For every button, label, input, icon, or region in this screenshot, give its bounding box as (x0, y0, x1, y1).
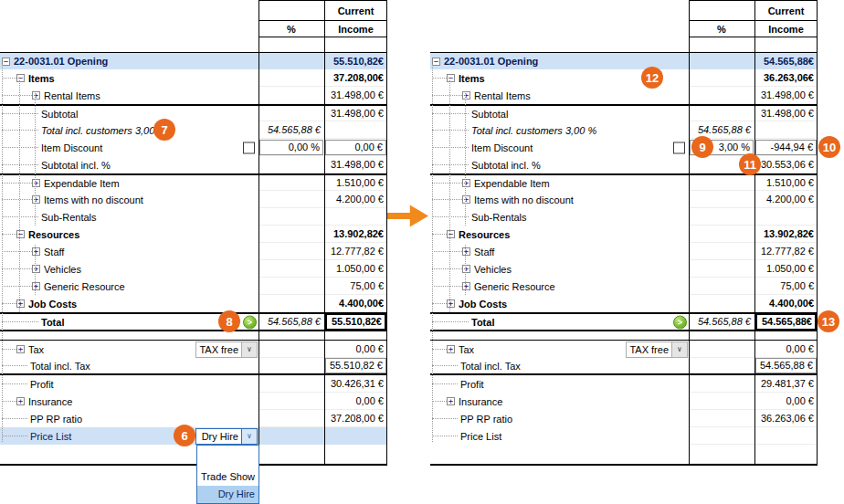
table-row[interactable]: Sub-Rentals (0, 208, 387, 226)
tree-branch (2, 183, 32, 184)
callout-badge-13: 13 (818, 310, 839, 332)
chevron-down-icon[interactable]: ∨ (671, 342, 687, 357)
table-row[interactable]: Total>54.565,88 €54.565,88€ (430, 312, 818, 331)
table-row[interactable]: Total incl. customers 3,00 %54.565,88 € (430, 121, 818, 139)
table-row[interactable]: −22-0031.01 Opening54.565,88€ (430, 52, 818, 69)
table-row[interactable]: −Resources13.902,82€ (430, 226, 818, 243)
expand-icon[interactable]: + (447, 299, 455, 308)
percent-input[interactable]: 0,00 % (259, 140, 323, 155)
income-value: 37.208,00€ (333, 72, 384, 83)
table-row[interactable]: Profit30.426,31 € (0, 375, 387, 393)
table-row[interactable]: Subtotal31.498,00 € (0, 104, 387, 121)
table-row[interactable]: −Items36.263,06€ (430, 69, 818, 87)
expand-icon[interactable]: + (32, 265, 40, 273)
item-discount-checkbox[interactable] (673, 142, 685, 153)
tree-branch (2, 321, 38, 322)
table-row[interactable]: +TaxTAX free∨0,00 € (0, 341, 387, 358)
income-value: 4.200,00 € (766, 194, 814, 205)
dropdown-option[interactable]: Dry Hire (197, 486, 258, 503)
expand-icon[interactable]: + (32, 247, 40, 256)
table-row[interactable]: +Items with no discount4.200,00 € (0, 191, 387, 208)
expand-icon[interactable]: + (32, 195, 40, 204)
row-label: Total incl. customers 3,00 % (41, 125, 166, 136)
expand-icon[interactable]: + (462, 247, 470, 256)
table-row[interactable]: +Staff12.777,82 € (430, 243, 818, 260)
table-row[interactable]: Subtotal31.498,00 € (430, 104, 818, 121)
table-row[interactable]: +Vehicles1.050,00 € (0, 260, 387, 278)
table-row[interactable]: Subtotal incl. %31.498,00 € (0, 156, 387, 173)
collapse-icon[interactable]: − (447, 230, 455, 238)
tree-branch (2, 164, 38, 165)
collapse-icon[interactable]: − (16, 230, 25, 238)
expand-icon[interactable]: + (447, 345, 455, 353)
expand-icon[interactable]: + (462, 91, 470, 100)
income-value: 13.902,82€ (333, 228, 384, 239)
tax-combobox[interactable]: TAX free∨ (626, 341, 688, 358)
row-label: Staff (474, 247, 494, 257)
table-row[interactable]: Profit29.481,37 € (430, 375, 818, 393)
callout-badge-8: 8 (218, 310, 240, 332)
expand-icon[interactable]: + (16, 299, 25, 308)
table-row[interactable]: +Staff12.777,82 € (0, 243, 387, 260)
expand-icon[interactable]: + (462, 265, 470, 273)
column-header-current: Current (324, 0, 387, 20)
table-row[interactable]: PP RP ratio36.263,06 € (430, 410, 818, 427)
expand-icon[interactable]: + (462, 179, 470, 187)
table-row[interactable]: +Rental Items31.498,00 € (0, 87, 387, 104)
expand-icon[interactable]: + (462, 282, 470, 290)
table-row[interactable]: +Job Costs4.400,00€ (0, 295, 387, 312)
collapse-icon[interactable]: − (16, 74, 25, 82)
table-row[interactable]: Total incl. Tax54.565,88 € (430, 358, 818, 375)
income-value: 75,00 € (350, 280, 384, 291)
tax-combobox[interactable]: TAX free∨ (195, 341, 258, 358)
table-row[interactable]: PP RP ratio37.208,00 € (0, 410, 387, 427)
table-row[interactable]: Price List (430, 427, 818, 445)
tree-branch (432, 401, 447, 402)
expand-icon[interactable]: + (16, 345, 25, 353)
table-row[interactable]: +Insurance0,00 € (0, 393, 387, 410)
item-discount-checkbox[interactable] (243, 142, 255, 153)
collapse-icon[interactable]: − (2, 58, 10, 66)
chevron-down-icon[interactable]: ∨ (241, 429, 257, 444)
collapse-icon[interactable]: − (432, 58, 440, 66)
expand-icon[interactable]: + (16, 397, 25, 405)
table-row[interactable]: Total>54.565,88 €55.510,82€ (0, 312, 387, 331)
row-label: Expendable Item (474, 178, 550, 189)
table-row[interactable]: +Expendable Item1.510,00 € (430, 173, 818, 191)
table-row[interactable]: +Generic Resource75,00 € (0, 278, 387, 295)
price-list-combobox[interactable]: Dry Hire∨ (195, 428, 258, 445)
table-row[interactable]: +Rental Items31.498,00 € (430, 87, 818, 104)
table-row[interactable]: Sub-Rentals (430, 208, 818, 226)
row-label: Items with no discount (474, 194, 574, 205)
expand-icon[interactable]: + (447, 397, 455, 405)
expand-icon[interactable]: + (32, 282, 40, 290)
table-row[interactable]: Item Discount0,00 %0,00 € (0, 139, 387, 156)
apply-arrow-icon[interactable]: > (673, 315, 687, 329)
table-row[interactable]: +Items with no discount4.200,00 € (430, 191, 818, 208)
table-row[interactable]: Total incl. customers 3,00 %54.565,88 € (0, 121, 387, 139)
table-row[interactable]: −22-0031.01 Opening55.510,82€ (0, 52, 387, 69)
expand-icon[interactable]: + (462, 195, 470, 204)
expand-icon[interactable]: + (32, 179, 40, 187)
separator-row (430, 331, 818, 341)
price-list-dropdown[interactable]: Trade ShowDry Hire (196, 445, 259, 504)
row-label: Subtotal incl. % (471, 160, 541, 171)
table-row[interactable]: Total incl. Tax55.510,82 € (0, 358, 387, 375)
table-row[interactable]: −Items37.208,00€ (0, 69, 387, 87)
table-row[interactable]: Item Discount3,00 %-944,94 € (430, 139, 818, 156)
collapse-icon[interactable]: − (447, 74, 455, 82)
table-row[interactable]: +TaxTAX free∨0,00 € (430, 341, 818, 358)
table-row[interactable]: +Generic Resource75,00 € (430, 278, 818, 295)
table-row[interactable]: +Vehicles1.050,00 € (430, 260, 818, 278)
expand-icon[interactable]: + (32, 91, 40, 100)
dropdown-option[interactable] (197, 451, 258, 468)
table-row[interactable]: +Job Costs4.400,00€ (430, 295, 818, 312)
dropdown-option[interactable]: Trade Show (197, 468, 258, 486)
income-value: 1.050,00 € (336, 263, 384, 274)
table-row[interactable]: +Insurance0,00 € (430, 393, 818, 410)
table-row[interactable]: +Expendable Item1.510,00 € (0, 173, 387, 191)
apply-arrow-icon[interactable]: > (243, 315, 257, 329)
table-row[interactable]: −Resources13.902,82€ (0, 226, 387, 243)
chevron-down-icon[interactable]: ∨ (241, 342, 257, 357)
tree-branch (2, 401, 16, 402)
